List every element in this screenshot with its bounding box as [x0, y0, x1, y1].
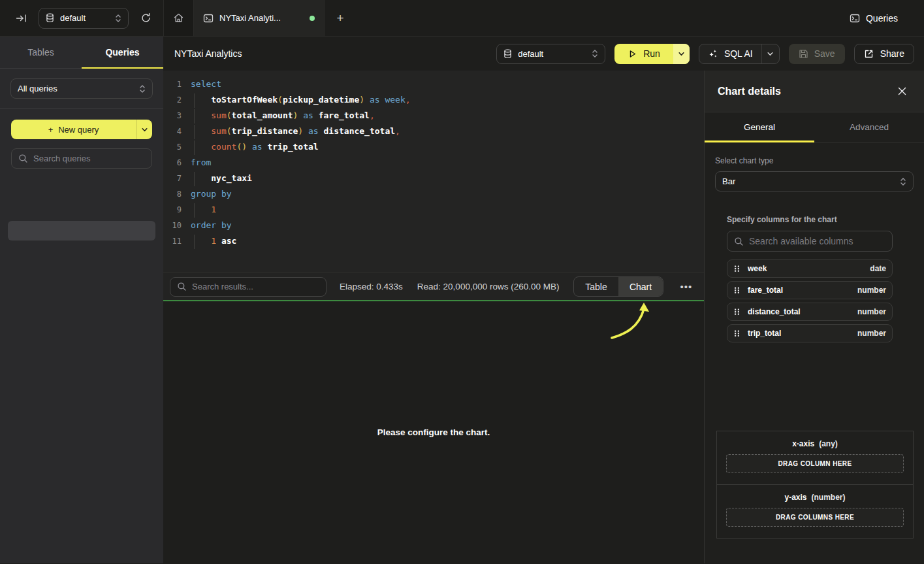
- updown-chevron-icon: [139, 84, 146, 93]
- home-tab[interactable]: [163, 0, 194, 36]
- panel-tab-advanced[interactable]: Advanced: [814, 112, 924, 142]
- drop-zone-label: DRAG COLUMNS HERE: [776, 514, 854, 521]
- queries-nav-label: Queries: [866, 13, 898, 24]
- column-type: number: [857, 329, 886, 338]
- updown-chevron-icon: [592, 49, 598, 58]
- elapsed-time: Elapsed: 0.433s: [340, 282, 403, 291]
- sql-code: group by: [191, 186, 232, 202]
- view-toggle-chart[interactable]: Chart: [618, 277, 663, 296]
- panel-header: Chart details: [705, 71, 924, 112]
- line-number: 7: [163, 171, 182, 186]
- workspace: NYTaxi Analytics default Run: [163, 37, 924, 563]
- queries-nav-button[interactable]: Queries: [850, 0, 898, 36]
- chart-column-item[interactable]: distance_total number: [727, 303, 893, 321]
- columns-search-input[interactable]: [749, 237, 885, 246]
- query-tab-label: NYTaxi Analyti...: [219, 13, 304, 23]
- sidebar-tab-queries[interactable]: Queries: [82, 37, 163, 68]
- drag-handle-icon: [733, 264, 741, 273]
- results-search-input[interactable]: [192, 282, 319, 291]
- sql-ai-button[interactable]: SQL AI: [699, 44, 780, 64]
- column-type: number: [857, 307, 886, 316]
- home-icon: [173, 12, 184, 24]
- sql-editor[interactable]: 1 select 2 toStartOfWeek(pickup_datetime…: [163, 71, 704, 273]
- columns-list: week date fare_total number distance_tot…: [727, 259, 893, 342]
- refresh-icon: [140, 12, 151, 24]
- sql-code: sum(trip_distance) as distance_total,: [191, 124, 400, 139]
- sidebar-tab-tables[interactable]: Tables: [0, 37, 82, 68]
- rows-read: Read: 20,000,000 rows (260.00 MB): [417, 282, 560, 291]
- chart-column-item[interactable]: fare_total number: [727, 281, 893, 299]
- annotation-arrow-icon: [607, 301, 660, 347]
- page-title: NYTaxi Analytics: [174, 48, 242, 59]
- line-number: 10: [163, 218, 182, 233]
- axis-drop-zone[interactable]: DRAG COLUMNS HERE: [726, 508, 904, 527]
- chart-column-item[interactable]: week date: [727, 259, 893, 278]
- save-button[interactable]: Save: [789, 44, 845, 64]
- query-list-item[interactable]: NYTaxi Analytics: [8, 221, 155, 241]
- view-toggle-table[interactable]: Table: [574, 277, 618, 296]
- axis-title: y-axis (number): [726, 493, 904, 502]
- sql-code: 1: [191, 202, 216, 218]
- top-bar: default NYTaxi Analyti... + Queries: [0, 0, 924, 37]
- query-filter-select[interactable]: All queries: [10, 78, 153, 99]
- sql-line: 8 group by: [163, 186, 704, 202]
- sql-code: from: [191, 155, 211, 171]
- header-actions: default Run: [496, 44, 914, 64]
- new-query-label: New query: [58, 125, 99, 135]
- collapse-sidebar-icon: [16, 14, 27, 23]
- chart-column-item[interactable]: trip_total number: [727, 324, 893, 342]
- database-selector[interactable]: default: [39, 8, 129, 29]
- sql-code: select: [191, 76, 221, 92]
- sql-line: 6 from: [163, 155, 704, 171]
- search-icon: [734, 237, 744, 246]
- sql-line: 3 sum(total_amount) as fare_total,: [163, 108, 704, 124]
- new-query-dropdown[interactable]: [136, 120, 152, 139]
- share-button[interactable]: Share: [854, 44, 914, 64]
- query-list: Hacker News Pos... My query has a n... N…: [0, 175, 163, 244]
- query-tab[interactable]: NYTaxi Analyti...: [194, 0, 325, 36]
- new-query-button[interactable]: + New query: [11, 120, 152, 139]
- sql-ai-dropdown[interactable]: [761, 44, 779, 63]
- sql-ai-label: SQL AI: [724, 48, 753, 59]
- close-panel-button[interactable]: [895, 84, 910, 99]
- column-name: week: [748, 264, 863, 273]
- axis-section: x-axis (any) DRAG COLUMN HERE: [717, 431, 913, 484]
- panel-title: Chart details: [718, 86, 781, 97]
- sql-line: 4 sum(trip_distance) as distance_total,: [163, 124, 704, 139]
- updown-chevron-icon: [900, 177, 906, 186]
- updown-chevron-icon: [115, 14, 121, 23]
- run-options-dropdown[interactable]: [673, 44, 690, 64]
- columns-search: [727, 231, 893, 252]
- run-database-selector[interactable]: default: [496, 44, 605, 64]
- panel-tab-general[interactable]: General: [705, 112, 814, 142]
- app-body: Tables Queries All queries + New query: [0, 37, 924, 563]
- drag-handle-icon: [733, 307, 741, 316]
- axis-name: x-axis: [792, 439, 814, 448]
- chart-empty-message: Please configure the chart.: [377, 427, 490, 437]
- column-type: date: [870, 264, 886, 273]
- database-icon: [46, 13, 54, 23]
- database-selector-value: default: [60, 13, 109, 23]
- workspace-body: 1 select 2 toStartOfWeek(pickup_datetime…: [163, 71, 924, 563]
- sql-code: sum(total_amount) as fare_total,: [191, 108, 375, 124]
- panel-spacer: [715, 346, 914, 431]
- chart-type-label: Select chart type: [715, 156, 914, 165]
- axis-drop-zone[interactable]: DRAG COLUMN HERE: [726, 454, 904, 473]
- collapse-sidebar-button[interactable]: [14, 12, 28, 24]
- panel-tabs: General Advanced: [705, 112, 924, 142]
- run-button[interactable]: Run: [614, 44, 690, 64]
- queries-icon: [850, 13, 860, 24]
- axis-constraint: (number): [812, 493, 846, 502]
- play-icon: [628, 49, 637, 59]
- line-number: 3: [163, 108, 182, 124]
- axis-section: y-axis (number) DRAG COLUMNS HERE: [717, 484, 913, 538]
- sql-line: 2 toStartOfWeek(pickup_datetime) as week…: [163, 92, 704, 108]
- run-database-value: default: [518, 49, 586, 59]
- refresh-button[interactable]: [139, 11, 153, 25]
- results-more-button[interactable]: •••: [677, 281, 696, 292]
- drag-handle-icon: [733, 329, 741, 338]
- chart-type-select[interactable]: Bar: [715, 171, 914, 191]
- new-tab-button[interactable]: +: [325, 0, 356, 36]
- share-label: Share: [880, 48, 904, 59]
- results-search: [170, 277, 327, 297]
